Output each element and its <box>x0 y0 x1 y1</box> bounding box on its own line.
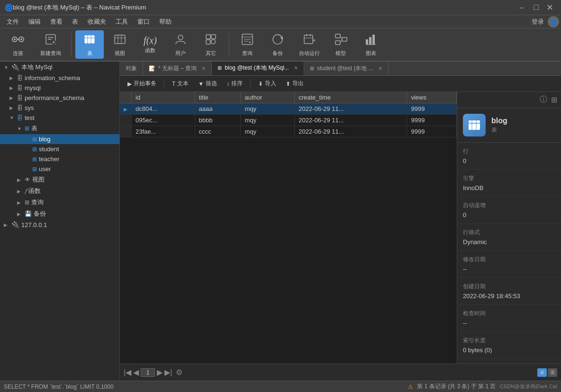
sidebar-item-127[interactable]: ▶ 🔌 127.0.0.1 <box>0 219 119 230</box>
sidebar-item-local-mysql[interactable]: ▼ 🔌 本地 MySql <box>0 62 119 73</box>
table-row[interactable]: 095ec... bbbb mqy 2022-06-29 11... 9999 <box>120 115 457 126</box>
btn-filter[interactable]: ▼ 筛选 <box>194 78 221 90</box>
tool-schedule[interactable]: 自动运行 <box>294 30 325 59</box>
btn-import[interactable]: ⬇ 导入 <box>254 78 280 90</box>
table-row[interactable]: 23fae... cccc mqy 2022-06-29 11... 9999 <box>120 126 457 137</box>
menu-view[interactable]: 查看 <box>45 16 67 28</box>
login-area[interactable]: 登录 👤 <box>532 16 559 27</box>
tool-query[interactable]: 查询 <box>233 30 262 59</box>
tool-user[interactable]: 用户 <box>166 30 195 59</box>
cell-views[interactable]: 9999 <box>407 115 457 126</box>
col-author[interactable]: author <box>241 92 295 103</box>
grid-view-btn[interactable]: ⊞ <box>537 368 547 377</box>
col-views[interactable]: views <box>407 92 457 103</box>
svg-rect-41 <box>366 39 368 45</box>
table-icon <box>83 33 96 48</box>
expand-icon: ▶ <box>9 105 15 110</box>
sidebar-item-performance-schema[interactable]: ▶ 🗄 performance_schema <box>0 93 119 103</box>
table-row[interactable]: ▶ dc804... aaaa mqy 2022-06-29 11... 999… <box>120 103 457 115</box>
cell-id[interactable]: 095ec... <box>132 115 195 126</box>
info-label-auto-increment: 自动递增 <box>463 201 555 210</box>
cell-create-time[interactable]: 2022-06-29 11... <box>295 126 407 137</box>
tool-model[interactable]: 模型 <box>326 30 355 59</box>
cell-title[interactable]: aaaa <box>195 103 241 115</box>
cell-id[interactable]: 23fae... <box>132 126 195 137</box>
tab-student-table[interactable]: ⊞ student @test (本地 ... ✕ <box>304 62 389 75</box>
menu-table[interactable]: 表 <box>67 16 83 28</box>
minimize-btn[interactable]: － <box>515 2 529 13</box>
btn-begin-transaction[interactable]: ▶ 开始事务 <box>124 78 160 90</box>
menu-favorites[interactable]: 收藏夹 <box>83 16 111 28</box>
info-create-date: 创建日期 2022-06-29 18:45:53 <box>457 278 561 305</box>
expand-icon: ▶ <box>17 211 23 217</box>
sidebar-item-mysql[interactable]: ▶ 🗄 mysql <box>0 83 119 93</box>
sidebar-item-teacher-table[interactable]: ⊞ teacher <box>0 154 119 164</box>
tab-student-close[interactable]: ✕ <box>378 65 382 72</box>
page-input[interactable] <box>141 368 155 377</box>
cell-id[interactable]: dc804... <box>132 103 195 115</box>
tool-other[interactable]: 其它 <box>197 30 225 59</box>
col-create-time[interactable]: create_time <box>295 92 407 103</box>
sidebar-item-sys[interactable]: ▶ 🗄 sys <box>0 103 119 113</box>
sidebar-item-backups-group[interactable]: ▶ 💾 备份 <box>0 208 119 219</box>
menu-window[interactable]: 窗口 <box>133 16 154 28</box>
cell-title[interactable]: bbbb <box>195 115 241 126</box>
close-btn[interactable]: ✕ <box>543 2 556 13</box>
tool-new-query[interactable]: 新建查询 <box>34 30 67 59</box>
panel-info-btn[interactable]: ⓘ <box>540 95 547 105</box>
tool-view[interactable]: 视图 <box>106 30 134 59</box>
tool-chart[interactable]: 图表 <box>357 30 385 59</box>
menu-tools[interactable]: 工具 <box>111 16 133 28</box>
sidebar-item-test[interactable]: ▼ 🗄 test <box>0 113 119 123</box>
sidebar-item-functions-group[interactable]: ▶ 𝑓 函数 <box>0 185 119 197</box>
cell-views[interactable]: 9999 <box>407 103 457 115</box>
sidebar-item-user-table[interactable]: ⊞ user <box>0 164 119 174</box>
sidebar-item-tables-group[interactable]: ▼ ⊞ 表 <box>0 123 119 134</box>
cell-author[interactable]: mqy <box>241 103 295 115</box>
tab-objects[interactable]: 对象 <box>120 62 143 75</box>
cell-author[interactable]: mqy <box>241 115 295 126</box>
svg-point-3 <box>14 38 16 40</box>
sidebar-item-student-table[interactable]: ⊞ student <box>0 144 119 154</box>
menu-edit[interactable]: 编辑 <box>24 16 45 28</box>
menu-file[interactable]: 文件 <box>2 16 24 28</box>
col-id[interactable]: id <box>132 92 195 103</box>
page-prev-btn[interactable]: ◀ <box>133 368 139 377</box>
btn-text[interactable]: T 文本 <box>168 78 192 90</box>
sidebar-item-queries-group[interactable]: ▶ ⊞ 查询 <box>0 197 119 208</box>
btn-sort[interactable]: ↕ 排序 <box>223 78 246 90</box>
cell-create-time[interactable]: 2022-06-29 11... <box>295 115 407 126</box>
tool-table[interactable]: 表 <box>75 30 104 59</box>
tab-new-query-close[interactable]: ✕ <box>201 65 206 72</box>
panel-grid-btn[interactable]: ⊞ <box>551 95 557 104</box>
tool-backup[interactable]: 备份 <box>263 30 292 59</box>
page-first-btn[interactable]: |◀ <box>124 368 131 377</box>
sidebar-item-blog-table[interactable]: ⊞ blog <box>0 134 119 144</box>
object-icon-large <box>463 114 486 137</box>
sub-toolbar: ▶ 开始事务 T 文本 ▼ 筛选 ↕ 排序 ⬇ 导入 ⬆ <box>120 76 561 92</box>
menu-help[interactable]: 帮助 <box>154 16 176 28</box>
svg-rect-45 <box>469 120 480 130</box>
cell-title[interactable]: cccc <box>195 126 241 137</box>
cell-author[interactable]: mqy <box>241 126 295 137</box>
import-icon: ⬇ <box>258 81 263 87</box>
maximize-btn[interactable]: □ <box>531 2 542 12</box>
tab-blog-table[interactable]: ⊞ blog @test (本地 MySql... ✕ <box>212 62 304 75</box>
sidebar-item-views-group[interactable]: ▶ 👁 视图 <box>0 174 119 185</box>
svg-rect-38 <box>342 37 347 41</box>
cell-views[interactable]: 9999 <box>407 126 457 137</box>
connection-icon-2: 🔌 <box>11 221 19 228</box>
btn-export[interactable]: ⬆ 导出 <box>282 78 308 90</box>
tab-blog-close[interactable]: ✕ <box>294 65 298 71</box>
sidebar-item-information-schema[interactable]: ▶ 🗄 information_schema <box>0 73 119 83</box>
page-last-btn[interactable]: ▶| <box>164 368 172 377</box>
page-settings-btn[interactable]: ⚙ <box>176 368 182 377</box>
page-next-btn[interactable]: ▶ <box>157 368 163 377</box>
cell-create-time[interactable]: 2022-06-29 11... <box>295 103 407 115</box>
sort-label: 排序 <box>231 80 243 88</box>
tab-new-query[interactable]: 📝 * 无标题 – 查询 ✕ <box>143 62 212 75</box>
tool-function[interactable]: f(x) 函数 <box>136 30 164 59</box>
col-title[interactable]: title <box>195 92 241 103</box>
list-view-btn[interactable]: ☰ <box>548 368 557 377</box>
tool-connect[interactable]: 连接 <box>4 30 32 59</box>
